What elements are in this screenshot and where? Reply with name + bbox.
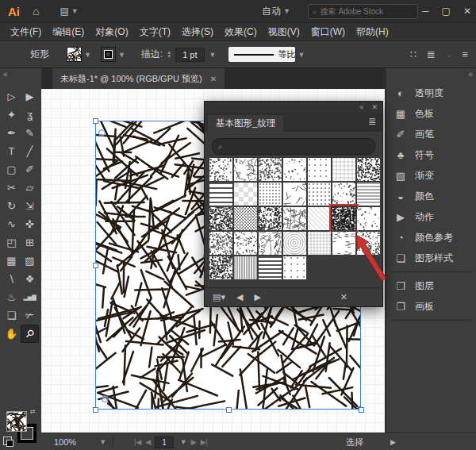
width-tool[interactable]: ∿ [3,216,20,233]
texture-swatch[interactable] [283,183,306,206]
chevron-down-icon[interactable]: ⌄ [446,51,452,59]
texture-swatch[interactable] [332,158,355,181]
texture-swatch[interactable] [308,183,331,206]
zoom-tool[interactable]: ⚲ [21,325,39,343]
texture-swatch[interactable] [357,158,380,181]
next-library-icon[interactable]: ▶ [254,292,260,302]
arrange-icon[interactable]: ∷ [410,48,416,60]
pen-tool[interactable]: ✒ [3,125,20,141]
selection-tool[interactable]: ▶ [21,88,38,105]
panel-collapse-icon[interactable]: « [359,103,363,111]
first-artboard-icon[interactable]: |◀ [134,438,141,446]
selection-handle[interactable] [93,118,98,124]
scale-tool[interactable]: ⇲ [21,198,38,214]
artboard-tool[interactable]: ❏ [3,307,20,324]
collapse-tools-icon[interactable]: « [3,70,8,79]
stroke-weight-value[interactable]: 1 pt [175,48,204,62]
symbol-sprayer-tool[interactable]: ♨ [3,289,20,306]
texture-swatch[interactable] [357,183,380,206]
home-icon[interactable]: ⌂ [33,5,39,17]
texture-swatch[interactable] [283,232,306,255]
document-tab[interactable]: 未标题-1* @ 100% (RGB/GPU 预览) ✕ [52,68,225,89]
rotate-tool[interactable]: ↻ [3,198,20,214]
paintbrush-tool[interactable]: ✐ [21,161,38,178]
texture-swatch-selected[interactable] [332,207,355,230]
texture-swatch[interactable] [357,232,380,255]
menu-效果[interactable]: 效果(C) [219,24,263,40]
texture-swatch[interactable] [234,232,257,255]
dock-item-色板[interactable]: ▦色板 [386,103,476,124]
texture-swatch[interactable] [259,183,282,206]
texture-swatch[interactable] [234,207,257,230]
menu-文件[interactable]: 文件(F) [5,24,47,40]
chevron-down-icon[interactable]: ▼ [209,51,217,59]
gradient-tool[interactable]: ▨ [21,252,38,269]
texture-swatch[interactable] [234,183,257,206]
chevron-down-icon[interactable]: ▼ [180,438,187,446]
selection-handle[interactable] [93,407,98,413]
selection-handle[interactable] [93,263,98,268]
slice-tool[interactable]: ✃ [21,307,38,324]
column-graph-tool[interactable]: ▂▅▇ [21,289,38,306]
library-menu-icon[interactable]: ▤▾ [213,292,225,302]
dock-item-画板[interactable]: ❐画板 [386,296,476,317]
texture-swatch[interactable] [209,207,232,230]
mesh-tool[interactable]: ▦ [3,252,20,269]
fill-color-dropdown[interactable]: ▼ [67,47,91,62]
dock-item-渐变[interactable]: ▨渐变 [386,165,476,186]
panel-close-icon[interactable]: ✕ [371,103,378,111]
perspective-grid-tool[interactable]: ⊞ [21,234,38,251]
hand-tool[interactable]: ✋ [3,325,20,342]
zoom-level-dropdown[interactable]: 100% ▼ [54,437,106,447]
dock-item-图层[interactable]: ❒图层 [386,275,476,296]
type-tool[interactable]: T [3,143,20,160]
delete-swatch-icon[interactable]: ✕ [340,292,347,302]
stroke-weight-stepper[interactable]: ▲▼ [167,51,171,59]
menu-帮助[interactable]: 帮助(H) [351,24,394,40]
dock-item-画笔[interactable]: ✐画笔 [386,124,476,144]
menu-选择[interactable]: 选择(S) [176,24,219,40]
fill-color-well[interactable] [6,411,27,432]
eraser-tool[interactable]: ▱ [21,179,38,196]
texture-swatch[interactable] [283,207,306,230]
menu-文字[interactable]: 文字(T) [134,24,176,40]
texture-swatch[interactable] [209,232,232,255]
texture-swatch[interactable] [283,158,306,181]
panel-tab[interactable]: 基本图形_纹理 [208,115,283,132]
menu-视图[interactable]: 视图(V) [263,24,305,40]
swatch-search-input[interactable]: ⌕ [212,138,375,155]
texture-swatch[interactable] [308,158,331,181]
stroke-profile-button[interactable]: 等比 [228,47,295,62]
dock-item-图形样式[interactable]: ❏图形样式 [386,248,476,268]
texture-swatch[interactable] [259,232,282,255]
magic-wand-tool[interactable]: ✦ [3,106,20,123]
blend-tool[interactable]: ❖ [21,271,38,287]
texture-swatch[interactable] [259,207,282,230]
dock-item-符号[interactable]: ♣符号 [386,144,476,165]
panel-menu-icon[interactable]: ≣ [368,116,376,127]
maximize-button[interactable]: ▢ [442,6,451,17]
next-artboard-icon[interactable]: ▶ [191,438,197,446]
align-icon[interactable]: ≣ [427,48,436,60]
dock-item-颜色[interactable]: ◒颜色 [386,186,476,206]
puppet-warp-tool[interactable]: ✜ [21,216,38,233]
texture-swatch[interactable] [357,207,380,230]
line-segment-tool[interactable]: ╱ [21,143,38,160]
options-list-icon[interactable]: ≡ [462,48,468,60]
minimize-button[interactable]: ─ [422,6,429,17]
artboard-number[interactable]: 1 [155,437,174,448]
eyedropper-tool[interactable]: ∖ [3,271,20,287]
default-fill-stroke-icon[interactable] [3,437,12,445]
texture-swatch[interactable] [259,158,282,181]
texture-swatch[interactable] [308,207,331,230]
scissors-tool[interactable]: ✂ [3,179,20,196]
selection-handle[interactable] [359,407,364,413]
texture-swatch[interactable] [209,183,232,206]
auto-dropdown[interactable]: 自动 ▼ [262,5,290,18]
workspace-switcher[interactable]: ▤ ▼ [60,6,78,17]
selection-handle[interactable] [226,407,232,413]
texture-swatch[interactable] [234,256,257,279]
last-artboard-icon[interactable]: ▶| [201,438,208,446]
rectangle-tool[interactable]: ▢ [3,161,20,178]
texture-swatch[interactable] [332,183,355,206]
